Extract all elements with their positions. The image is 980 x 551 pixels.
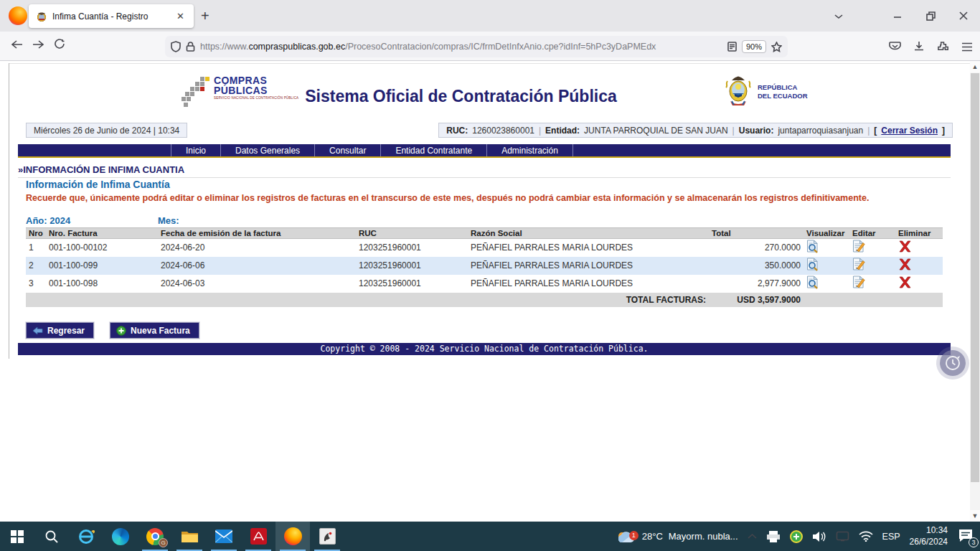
extensions-puzzle-icon[interactable] [937,41,949,53]
table-body: 1 001-100-00102 2024-06-20 1203251960001… [26,239,943,293]
column-header: Nro. Factura [46,228,158,239]
taskbar-search-button[interactable] [34,522,69,551]
cell-factura: 001-100-00102 [46,239,158,257]
taskbar-imagej-button[interactable] [310,522,344,551]
reader-view-icon[interactable] [727,42,737,52]
cast-display-icon[interactable] [836,531,849,542]
temperature: 28°C [642,531,663,542]
cell-ruc: 1203251960001 [356,257,468,275]
cell-fecha: 2024-06-03 [158,275,356,293]
ecuador-coat-of-arms-icon [723,74,753,110]
volume-icon[interactable] [812,531,826,542]
mail-icon [215,529,232,543]
visualizar-icon[interactable] [806,240,819,253]
cell-factura: 001-100-098 [46,275,158,293]
taskbar-firefox-button[interactable] [275,522,310,551]
scrollbar-thumb[interactable] [971,73,979,482]
imagej-icon [319,528,336,545]
forward-button[interactable] [27,39,49,53]
nav-item[interactable]: Administración [487,144,573,156]
taskbar-mail-button[interactable] [207,522,241,551]
weather-widget[interactable]: 1 28°C Mayorm. nubla... [612,529,738,544]
table-row: 1 001-100-00102 2024-06-20 1203251960001… [26,239,943,257]
cell-total: 2,977.9000 [709,275,804,293]
printer-icon[interactable] [766,530,781,543]
lock-icon[interactable] [186,42,195,52]
compras-publicas-pixel-icon [182,75,210,108]
eliminar-icon[interactable] [898,240,912,253]
restore-button[interactable] [914,0,947,32]
taskbar-explorer-button[interactable] [172,522,207,551]
taskbar-acrobat-button[interactable] [241,522,275,551]
zoom-level-badge[interactable]: 90% [742,40,766,53]
time-tracker-overlay-icon[interactable] [940,350,966,376]
taskbar-ie-button[interactable] [69,522,103,551]
total-facturas-label: TOTAL FACTURAS: [26,293,709,307]
download-icon[interactable] [913,41,925,52]
minimize-button[interactable] [881,0,914,32]
nav-item[interactable]: Datos Generales [221,144,315,156]
editar-icon[interactable] [852,240,865,253]
page-scrollbar[interactable]: ▲ ▼ [970,61,980,522]
antivirus-icon[interactable] [790,530,803,543]
wifi-icon[interactable] [859,531,873,542]
new-tab-button[interactable]: + [201,8,209,24]
nav-item[interactable]: Inicio [171,144,221,156]
taskbar-chrome-button[interactable]: G [138,522,172,551]
visualizar-icon[interactable] [806,276,819,289]
cell-factura: 001-100-099 [46,257,158,275]
column-header: Nro [26,228,46,239]
column-header: Visualizar [804,228,849,239]
url-text[interactable]: https://www.compraspublicas.gob.ec/Proce… [200,42,722,52]
nav-item[interactable]: Consultar [315,144,381,156]
tab-close-icon[interactable]: ✕ [174,11,187,22]
regresar-button[interactable]: Regresar [26,322,94,339]
logout-link[interactable]: Cerrar Sesión [881,126,938,136]
close-window-button[interactable] [947,0,980,32]
url-bar[interactable]: https://www.compraspublicas.gob.ec/Proce… [165,36,788,57]
editar-icon[interactable] [852,276,865,289]
taskbar-edge-button[interactable] [103,522,138,551]
acrobat-icon [250,528,267,545]
scroll-up-icon[interactable]: ▲ [970,61,980,72]
column-header: Editar [849,228,895,239]
language-indicator[interactable]: ESP [882,532,900,542]
nav-item[interactable]: Entidad Contratante [381,144,487,156]
eliminar-icon[interactable] [898,258,912,270]
ruc-value: 1260023860001 [472,126,534,136]
shield-icon[interactable] [171,41,181,52]
logo-tagline: SERVICIO NACIONAL DE CONTRATACIÓN PÚBLIC… [214,97,298,100]
editar-icon[interactable] [852,258,865,271]
tray-chevron-up-icon[interactable] [748,533,757,540]
tab-title: Infima Cuantía - Registro [52,11,169,22]
firefox-icon [284,527,302,545]
table-total-row: TOTAL FACTURAS: USD 3,597.9000 [26,293,943,307]
menu-hamburger-icon[interactable] [961,42,973,52]
eliminar-icon[interactable] [898,276,912,288]
bookmark-star-icon[interactable] [771,42,782,52]
pocket-icon[interactable] [889,41,901,52]
back-button[interactable] [6,39,27,53]
browser-tab[interactable]: Infima Cuantía - Registro ✕ [29,4,194,28]
facturas-table: NroNro. FacturaFecha de emisión de la fa… [26,227,943,307]
firefox-app-icon [9,6,27,25]
notification-count-badge: 3 [969,537,979,547]
action-center-button[interactable]: 3 [957,527,976,546]
visualizar-icon[interactable] [806,258,819,271]
tab-list-chevron-icon[interactable] [834,10,844,23]
breadcrumb: »INFORMACIÓN DE INFIMA CUANTIA [18,164,951,178]
windows-taskbar: G [0,522,980,551]
search-icon [44,529,59,544]
clock-date[interactable]: 10:34 26/6/2024 [910,525,948,547]
reload-button[interactable] [49,39,70,53]
scroll-down-icon[interactable]: ▼ [970,510,980,522]
cell-razon: PEÑAFIEL PARRALES MARIA LOURDES [468,239,709,257]
tray-time: 10:34 [910,525,948,537]
start-button[interactable] [0,522,34,551]
cell-fecha: 2024-06-20 [158,239,356,257]
column-header: Fecha de emisión de la factura [158,228,356,239]
action-buttons: Regresar Nueva Factura [26,322,199,339]
nueva-factura-button[interactable]: Nueva Factura [110,322,199,339]
usuario-value: juntaparroquiasanjuan [778,126,863,136]
total-facturas-value: USD 3,597.9000 [709,293,804,307]
